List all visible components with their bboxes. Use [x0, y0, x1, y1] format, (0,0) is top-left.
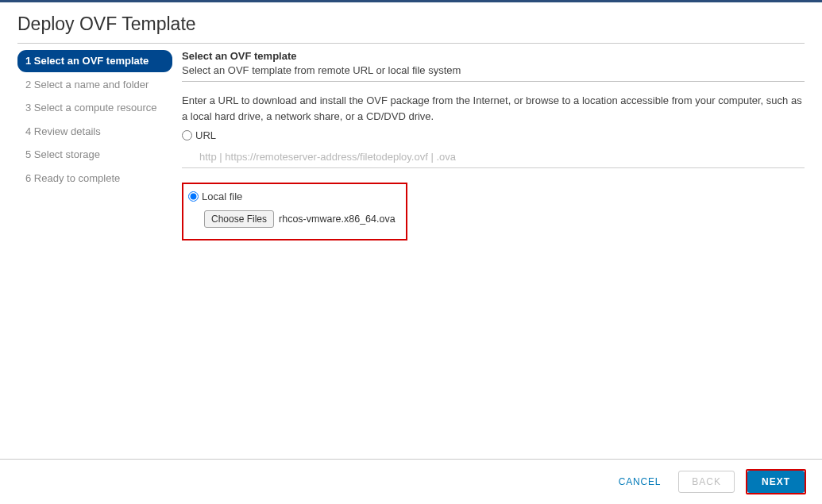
back-button: BACK	[678, 471, 735, 493]
content-title: Select an OVF template	[182, 50, 805, 62]
url-radio[interactable]	[182, 130, 192, 140]
next-highlight: NEXT	[746, 469, 806, 494]
divider	[182, 81, 805, 82]
local-file-block: Local file Choose Files rhcos-vmware.x86…	[182, 183, 407, 240]
content-description: Enter a URL to download and install the …	[182, 93, 805, 125]
choose-files-button[interactable]: Choose Files	[204, 210, 274, 228]
step-3-compute: 3 Select a compute resource	[17, 97, 172, 119]
step-5-storage: 5 Select storage	[17, 144, 172, 166]
step-4-review: 4 Review details	[17, 121, 172, 143]
cancel-button[interactable]: CANCEL	[619, 476, 661, 487]
url-input[interactable]	[182, 146, 805, 168]
next-button[interactable]: NEXT	[747, 471, 805, 493]
content-subtitle: Select an OVF template from remote URL o…	[182, 64, 805, 76]
step-6-complete: 6 Ready to complete	[17, 167, 172, 190]
selected-file-name: rhcos-vmware.x86_64.ova	[279, 214, 396, 225]
url-radio-label: URL	[195, 129, 216, 141]
step-1-select-ovf[interactable]: 1 Select an OVF template	[17, 50, 172, 72]
wizard-steps: 1 Select an OVF template 2 Select a name…	[17, 50, 172, 459]
wizard-footer: CANCEL BACK NEXT	[0, 459, 822, 504]
step-2-name-folder: 2 Select a name and folder	[17, 74, 172, 96]
local-file-radio-label: Local file	[202, 190, 242, 202]
local-file-radio[interactable]	[188, 191, 199, 202]
page-title: Deploy OVF Template	[17, 13, 805, 35]
